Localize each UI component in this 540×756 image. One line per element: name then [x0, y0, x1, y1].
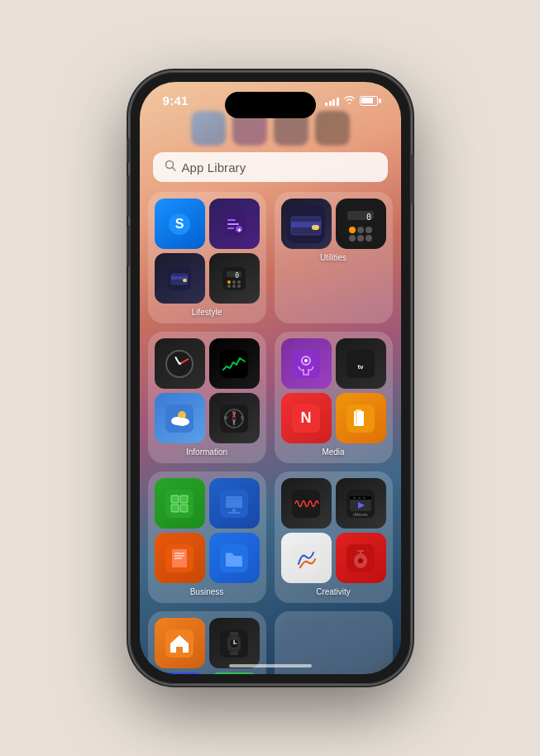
svg-rect-81 [358, 497, 361, 499]
utilities-label: Utilities [320, 253, 346, 262]
weather-icon[interactable] [155, 393, 205, 443]
svg-text:0: 0 [235, 272, 239, 280]
svg-rect-6 [227, 223, 239, 225]
imovie-icon[interactable]: iMovie [336, 478, 386, 529]
svg-point-22 [237, 285, 241, 288]
svg-point-20 [227, 285, 231, 288]
status-icons [325, 95, 378, 106]
app-library-grid: S ✦ [140, 192, 401, 674]
keynote-icon[interactable] [209, 478, 260, 529]
signal-icon [325, 96, 339, 106]
home-icon[interactable] [155, 618, 205, 668]
svg-rect-64 [180, 505, 188, 512]
search-placeholder: App Library [182, 160, 246, 175]
podcasts-icon[interactable] [281, 338, 332, 389]
wallet-icon[interactable] [155, 253, 205, 304]
lifestyle-folder[interactable]: S ✦ [148, 192, 266, 323]
search-bar[interactable]: App Library [153, 152, 388, 182]
svg-rect-80 [353, 497, 356, 499]
lifestyle-label: Lifestyle [192, 308, 222, 317]
freeform-icon[interactable] [281, 533, 332, 583]
svg-rect-63 [171, 505, 179, 512]
svg-rect-60 [165, 490, 194, 518]
svg-rect-69 [228, 512, 240, 514]
news-icon[interactable]: N [281, 393, 332, 443]
watch-app-icon[interactable] [209, 618, 260, 668]
svg-point-34 [357, 235, 364, 242]
utilities-folder[interactable]: 0 Utilities [275, 192, 393, 323]
svg-rect-93 [230, 632, 238, 635]
svg-rect-15 [227, 271, 241, 277]
hidden-icon-1 [281, 618, 332, 668]
svg-rect-61 [171, 495, 179, 503]
svg-rect-62 [180, 495, 188, 503]
media-folder[interactable]: tv N [275, 332, 393, 463]
svg-rect-66 [226, 496, 242, 508]
svg-rect-7 [227, 227, 234, 229]
wifi-icon [343, 95, 356, 106]
stocks-icon[interactable] [209, 338, 260, 389]
garageband-icon[interactable] [336, 533, 386, 583]
volume-up-button[interactable] [127, 175, 130, 217]
business-label: Business [190, 587, 224, 596]
svg-point-21 [232, 285, 236, 288]
numbers-icon[interactable] [155, 478, 205, 529]
clock-icon[interactable] [155, 338, 205, 389]
calculator-large-icon[interactable]: 0 [336, 199, 386, 249]
svg-point-30 [349, 227, 356, 233]
svg-text:tv: tv [357, 363, 364, 371]
media-label: Media [322, 447, 344, 457]
svg-text:W: W [224, 415, 228, 420]
books-icon[interactable] [336, 393, 386, 443]
svg-line-1 [172, 168, 175, 171]
power-button[interactable] [411, 155, 414, 204]
svg-point-35 [366, 235, 372, 242]
compass-icon[interactable]: N S W E [209, 393, 260, 443]
creativity-label: Creativity [316, 587, 351, 596]
svg-point-32 [366, 227, 372, 233]
voicememos-icon[interactable] [281, 478, 332, 529]
svg-point-17 [227, 280, 231, 284]
svg-text:✦: ✦ [237, 227, 242, 234]
home-indicator[interactable] [229, 664, 312, 667]
phone-screen: 9:41 [140, 82, 401, 674]
battery-icon [360, 96, 378, 106]
svg-text:N: N [301, 409, 312, 426]
svg-point-19 [237, 280, 241, 284]
svg-text:0: 0 [366, 213, 371, 222]
appletv-icon[interactable]: tv [336, 338, 386, 389]
wallet-large-icon[interactable] [281, 199, 332, 249]
shazam-icon[interactable]: S [155, 199, 205, 249]
silent-switch[interactable] [127, 138, 130, 163]
files-icon[interactable] [209, 533, 260, 583]
business-folder[interactable]: Business [148, 471, 266, 603]
phone-frame: 9:41 [130, 72, 411, 684]
shortcuts-icon[interactable] [155, 672, 205, 674]
creativity-folder[interactable]: iMovie [275, 471, 393, 603]
hidden-icon-2 [336, 618, 386, 668]
svg-rect-76 [292, 490, 320, 518]
journal-icon[interactable]: ✦ [209, 199, 260, 249]
dynamic-island [225, 92, 316, 118]
hidden-icon-3 [281, 672, 332, 674]
svg-text:iMovie: iMovie [353, 512, 368, 517]
pages-icon[interactable] [155, 533, 205, 583]
svg-point-31 [357, 227, 364, 233]
svg-rect-26 [312, 225, 319, 230]
svg-rect-68 [232, 509, 236, 512]
findmy-icon[interactable] [209, 672, 260, 674]
svg-text:S: S [175, 217, 184, 231]
svg-point-51 [304, 359, 308, 362]
volume-down-button[interactable] [127, 225, 130, 266]
information-folder[interactable]: N S W E Information [148, 332, 266, 463]
svg-point-33 [349, 235, 356, 242]
svg-rect-85 [292, 544, 320, 572]
information-label: Information [186, 447, 227, 457]
calculator-icon[interactable]: 0 [209, 253, 260, 304]
svg-rect-13 [183, 279, 187, 282]
hidden-icon-4 [336, 672, 386, 674]
svg-text:N: N [232, 410, 236, 415]
svg-rect-5 [227, 219, 236, 221]
svg-rect-90 [357, 550, 364, 552]
svg-point-88 [358, 558, 363, 563]
